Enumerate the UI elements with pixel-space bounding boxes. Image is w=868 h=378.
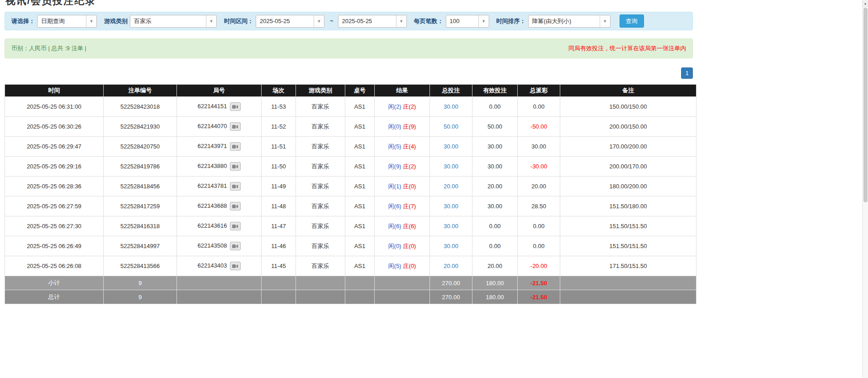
video-replay-icon[interactable] — [230, 262, 241, 270]
video-replay-icon[interactable] — [230, 122, 241, 131]
video-replay-icon[interactable] — [230, 182, 241, 191]
chevron-down-icon[interactable]: ▼ — [206, 15, 216, 27]
total-bet-link[interactable]: 50.00 — [444, 123, 458, 130]
video-replay-icon[interactable] — [230, 222, 241, 230]
valid-bet-cell: 30.00 — [472, 137, 518, 157]
bet-id-cell: 522528420750 — [104, 137, 177, 157]
bet-time-cell: 2025-05-25 06:29:47 — [5, 137, 104, 157]
table-row: 2025-05-25 06:31:00 522528423018 6221441… — [5, 97, 696, 117]
result-player: 闲(5) — [388, 263, 401, 269]
remark-cell: 151.50/151.50 — [560, 236, 696, 256]
payout-value: 30.00 — [531, 143, 546, 150]
scrollbar-thumb[interactable] — [863, 8, 868, 202]
table-row: 2025-05-25 06:26:49 522528414997 6221435… — [5, 236, 696, 256]
payout-value: 28.50 — [531, 203, 546, 210]
subtotal-valid-bet: 180.00 — [472, 276, 518, 290]
result-banker: 庄(6) — [403, 223, 416, 230]
total-bet-link[interactable]: 30.00 — [444, 243, 458, 249]
game-type-cell: 百家乐 — [296, 137, 345, 157]
date-from-select[interactable]: 2025-05-25 ▼ — [256, 15, 324, 28]
total-bet-link[interactable]: 20.00 — [444, 183, 458, 190]
column-header-10: 备注 — [560, 85, 696, 97]
sort-select[interactable]: 降冪(由大到小) ▼ — [528, 15, 610, 28]
remark-cell: 200.00/150.00 — [560, 117, 696, 137]
game-type-cell: 百家乐 — [296, 196, 345, 216]
video-replay-icon[interactable] — [230, 142, 241, 151]
chevron-down-icon[interactable]: ▼ — [396, 15, 406, 27]
scroll-up-icon[interactable]: ▲ — [863, 0, 868, 7]
game-type-cell: 百家乐 — [296, 236, 345, 256]
sort-label: 时间排序： — [496, 17, 526, 25]
session-cell: 11-50 — [262, 157, 296, 177]
date-range-label: 时间区间： — [224, 17, 253, 25]
date-separator: ~ — [330, 18, 334, 24]
game-type-cell: 百家乐 — [296, 177, 345, 196]
round-number: 622143616 — [197, 222, 227, 229]
bet-time-cell: 2025-05-25 06:27:30 — [5, 216, 104, 236]
video-replay-icon[interactable] — [230, 162, 241, 171]
column-header-7: 总投注 — [430, 85, 472, 97]
session-cell: 11-49 — [262, 177, 296, 196]
payout-value: 0.00 — [533, 243, 544, 249]
table-number-cell: AS1 — [345, 177, 375, 196]
payout-cell: 28.50 — [518, 196, 560, 216]
chevron-down-icon[interactable]: ▼ — [600, 15, 610, 27]
total-bet-link[interactable]: 30.00 — [444, 143, 458, 150]
video-replay-icon[interactable] — [230, 202, 241, 211]
bet-id-cell: 522528421930 — [104, 117, 177, 137]
query-type-select[interactable]: 日期查询 ▼ — [37, 15, 97, 28]
total-bet-link[interactable]: 30.00 — [444, 223, 458, 230]
round-number: 622144151 — [197, 103, 227, 110]
chevron-down-icon[interactable]: ▼ — [86, 15, 96, 27]
valid-bet-cell: 50.00 — [472, 117, 518, 137]
search-button[interactable]: 查询 — [620, 14, 644, 28]
valid-bet-cell: 0.00 — [472, 97, 518, 117]
date-to-select[interactable]: 2025-05-25 ▼ — [338, 15, 407, 28]
bet-id-cell: 522528417259 — [104, 196, 177, 216]
table-row: 2025-05-25 06:26:08 522528413566 6221434… — [5, 256, 696, 276]
column-header-4: 游戏类别 — [296, 85, 345, 97]
video-replay-icon[interactable] — [230, 102, 241, 111]
result-cell: 闲(6) 庄(6) — [375, 216, 430, 236]
scrollbar[interactable]: ▲ — [862, 0, 868, 378]
table-number-cell: AS1 — [345, 157, 375, 177]
payout-value: 0.00 — [533, 223, 544, 230]
round-number: 622143971 — [197, 143, 227, 149]
remark-cell: 151.50/151.50 — [560, 216, 696, 236]
valid-bet-notice-text: 同局有效投注，统一计算在该局第一张注单内 — [568, 44, 686, 53]
game-type-cell: 百家乐 — [296, 117, 345, 137]
result-player: 闲(0) — [388, 123, 401, 130]
column-header-9: 总派彩 — [518, 85, 560, 97]
game-type-select[interactable]: 百家乐 ▼ — [130, 15, 217, 28]
payout-cell: -30.00 — [518, 157, 560, 177]
bet-time-cell: 2025-05-25 06:29:16 — [5, 157, 104, 177]
page-1-button[interactable]: 1 — [681, 67, 693, 79]
round-cell: 622143971 — [177, 137, 262, 157]
bet-time-cell: 2025-05-25 06:26:08 — [5, 256, 104, 276]
session-cell: 11-52 — [262, 117, 296, 137]
total-payout: -21.50 — [518, 290, 560, 304]
round-cell: 622143616 — [177, 216, 262, 236]
page-size-select[interactable]: 100 ▼ — [446, 15, 489, 28]
query-type-value: 日期查询 — [38, 15, 86, 27]
remark-cell: 150.00/150.00 — [560, 97, 696, 117]
result-player: 闲(2) — [388, 103, 401, 110]
session-cell: 11-48 — [262, 196, 296, 216]
total-bet-link[interactable]: 30.00 — [444, 203, 458, 210]
chevron-down-icon[interactable]: ▼ — [314, 15, 324, 27]
chevron-down-icon[interactable]: ▼ — [478, 15, 489, 27]
video-replay-icon[interactable] — [230, 242, 241, 250]
bet-id-cell: 522528416318 — [104, 216, 177, 236]
total-bet-cell: 30.00 — [430, 216, 472, 236]
round-cell: 622143508 — [177, 236, 262, 256]
total-bet-link[interactable]: 20.00 — [444, 263, 458, 269]
bet-id-cell: 522528423018 — [104, 97, 177, 117]
payout-value: -20.00 — [530, 263, 547, 269]
total-bet-link[interactable]: 30.00 — [444, 163, 458, 170]
result-player: 闲(6) — [388, 223, 401, 230]
pagination: 1 — [5, 67, 693, 79]
payout-cell: 0.00 — [518, 216, 560, 236]
total-bet-link[interactable]: 30.00 — [444, 103, 458, 110]
result-banker: 庄(4) — [403, 143, 416, 150]
result-cell: 闲(9) 庄(2) — [375, 157, 430, 177]
